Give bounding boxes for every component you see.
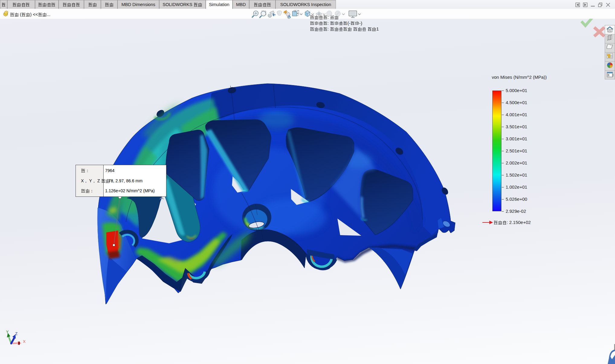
svg-text:Y: Y — [6, 330, 9, 334]
svg-text:Z: Z — [15, 331, 18, 336]
svg-text:X: X — [23, 339, 26, 344]
